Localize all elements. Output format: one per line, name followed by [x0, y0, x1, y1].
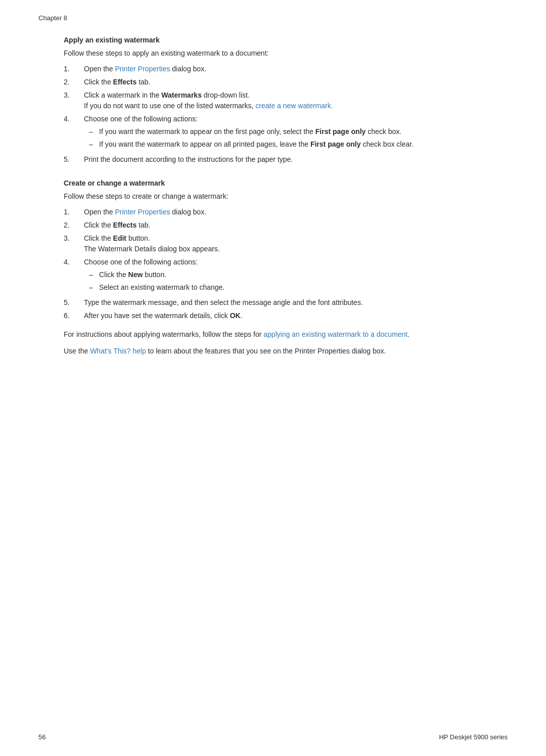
printer-properties-link2[interactable]: Printer Properties	[115, 208, 170, 216]
sub-list-item: – Click the New button.	[84, 270, 482, 280]
step-num: 2.	[64, 220, 84, 231]
create-watermark-link[interactable]: create a new watermark.	[255, 102, 333, 110]
step-num: 5.	[64, 154, 84, 165]
step-content: Click the Effects tab.	[84, 220, 482, 231]
step-content: Click the Effects tab.	[84, 77, 482, 87]
footer: 56 HP Deskjet 5900 series	[38, 733, 508, 741]
section1-steps: 1. Open the Printer Properties dialog bo…	[64, 64, 482, 165]
sub-content: Select an existing watermark to change.	[99, 282, 482, 293]
step-num: 6.	[64, 310, 84, 321]
list-item: 2. Click the Effects tab.	[64, 77, 482, 87]
printer-properties-link1[interactable]: Printer Properties	[115, 65, 170, 73]
step-content: Print the document according to the inst…	[84, 154, 482, 165]
sub-content: If you want the watermark to appear on a…	[99, 139, 482, 150]
sub-list-item: – Select an existing watermark to change…	[84, 282, 482, 293]
step-num: 1.	[64, 207, 84, 217]
sub-content: Click the New button.	[99, 270, 482, 280]
step-content: Choose one of the following actions: – I…	[84, 114, 482, 152]
sub-list-item: – If you want the watermark to appear on…	[84, 139, 482, 150]
step-content: After you have set the watermark details…	[84, 310, 482, 321]
product-name: HP Deskjet 5900 series	[439, 733, 508, 741]
page-number: 56	[38, 733, 46, 741]
sub-list: – Click the New button. – Select an exis…	[84, 270, 482, 293]
step-content: Type the watermark message, and then sel…	[84, 297, 482, 308]
section1-heading: Apply an existing watermark	[64, 36, 482, 44]
list-item: 3. Click a watermark in the Watermarks d…	[64, 90, 482, 111]
applying-watermark-link[interactable]: applying an existing watermark to a docu…	[263, 330, 407, 338]
list-item: 5. Print the document according to the i…	[64, 154, 482, 165]
list-item: 4. Choose one of the following actions: …	[64, 114, 482, 152]
sub-dash: –	[84, 282, 99, 293]
main-content: Apply an existing watermark Follow these…	[64, 36, 482, 357]
step-num: 3.	[64, 233, 84, 254]
list-item: 1. Open the Printer Properties dialog bo…	[64, 64, 482, 74]
sub-list: – If you want the watermark to appear on…	[84, 126, 482, 150]
section2-steps: 1. Open the Printer Properties dialog bo…	[64, 207, 482, 321]
list-item: 5. Type the watermark message, and then …	[64, 297, 482, 308]
section2-heading: Create or change a watermark	[64, 179, 482, 187]
para2: Use the What's This? help to learn about…	[64, 346, 482, 357]
step-content: Open the Printer Properties dialog box.	[84, 207, 482, 217]
step-num: 3.	[64, 90, 84, 111]
sub-dash: –	[84, 270, 99, 280]
sub-dash: –	[84, 139, 99, 150]
section2-intro: Follow these steps to create or change a…	[64, 191, 482, 202]
chapter-label: Chapter 8	[38, 14, 508, 22]
list-item: 6. After you have set the watermark deta…	[64, 310, 482, 321]
step-num: 2.	[64, 77, 84, 87]
section1-intro: Follow these steps to apply an existing …	[64, 48, 482, 59]
sub-content: If you want the watermark to appear on t…	[99, 126, 482, 137]
list-item: 4. Choose one of the following actions: …	[64, 257, 482, 295]
page: Chapter 8 Apply an existing watermark Fo…	[0, 0, 546, 756]
step-num: 4.	[64, 114, 84, 152]
sub-dash: –	[84, 126, 99, 137]
para1: For instructions about applying watermar…	[64, 329, 482, 340]
list-item: 2. Click the Effects tab.	[64, 220, 482, 231]
list-item: 3. Click the Edit button. The Watermark …	[64, 233, 482, 254]
step-num: 1.	[64, 64, 84, 74]
list-item: 1. Open the Printer Properties dialog bo…	[64, 207, 482, 217]
step-content: Choose one of the following actions: – C…	[84, 257, 482, 295]
step-content: Click a watermark in the Watermarks drop…	[84, 90, 482, 111]
step-content: Click the Edit button. The Watermark Det…	[84, 233, 482, 254]
step-content: Open the Printer Properties dialog box.	[84, 64, 482, 74]
sub-list-item: – If you want the watermark to appear on…	[84, 126, 482, 137]
whats-this-link[interactable]: What's This? help	[90, 347, 146, 355]
step-num: 4.	[64, 257, 84, 295]
step-num: 5.	[64, 297, 84, 308]
